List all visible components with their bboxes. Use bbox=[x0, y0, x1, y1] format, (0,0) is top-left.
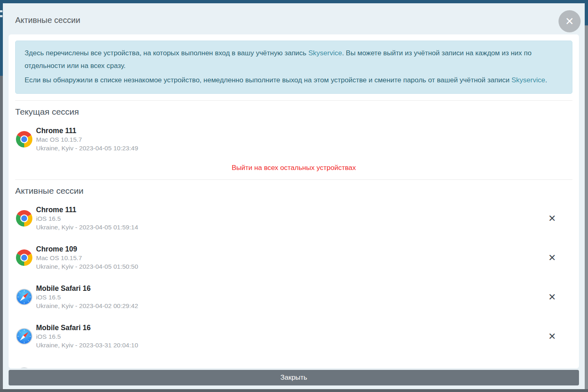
page-edge-left bbox=[0, 76, 3, 392]
session-row: Mobile Safari 16 iOS 16.5 Ukraine, Kyiv … bbox=[15, 321, 572, 352]
chrome-icon bbox=[16, 249, 32, 266]
session-row: Chrome 111 iOS 16.5 Ukraine, Kyiv - 2023… bbox=[15, 203, 572, 234]
modal-title: Активные сессии bbox=[15, 15, 572, 25]
info-alert: Здесь перечислены все устройства, на кот… bbox=[15, 41, 572, 94]
alert-paragraph: Если вы обнаружили в списке незнакомое у… bbox=[25, 74, 563, 86]
session-row: Mobile Safari 16 iOS 16.5 Ukraine, Kyiv … bbox=[15, 281, 572, 313]
active-sessions-list: Chrome 111 iOS 16.5 Ukraine, Kyiv - 2023… bbox=[15, 203, 572, 368]
modal-footer: Закрыть bbox=[3, 368, 585, 389]
remove-session-icon: ✕ bbox=[548, 213, 556, 224]
safari-icon bbox=[16, 289, 32, 305]
terminate-session-button[interactable]: ✕ bbox=[547, 292, 558, 302]
session-info: Chrome 111 iOS 16.5 Ukraine, Kyiv - 2023… bbox=[36, 205, 138, 232]
active-sessions-modal: Активные сессии ✕ Здесь перечислены все … bbox=[3, 3, 585, 389]
session-os: iOS 16.5 bbox=[36, 214, 138, 223]
terminate-session-button[interactable]: ✕ bbox=[547, 331, 558, 341]
logout-all-devices-link[interactable]: Выйти на всех остальных устройствах bbox=[232, 164, 356, 172]
session-os: iOS 16.5 bbox=[36, 332, 138, 341]
hamburger-icon-fragment bbox=[0, 10, 2, 12]
session-row: Chrome 109 Mac OS 10.15.7 Ukraine, Kyiv … bbox=[15, 242, 572, 273]
session-location: Ukraine, Kyiv - 2023-04-02 00:29:42 bbox=[36, 301, 138, 310]
chrome-icon bbox=[16, 131, 32, 147]
session-browser: Mobile Safari 16 bbox=[36, 323, 138, 332]
session-browser: Chrome 109 bbox=[36, 245, 138, 254]
alert-text: Здесь перечислены все устройства, на кот… bbox=[25, 49, 308, 57]
session-browser: Chrome 111 bbox=[36, 205, 138, 214]
terminate-session-button[interactable]: ✕ bbox=[547, 213, 558, 223]
session-info: Chrome 109 Mac OS 10.15.7 Ukraine, Kyiv … bbox=[36, 245, 138, 271]
alert-text: Если вы обнаружили в списке незнакомое у… bbox=[25, 76, 511, 84]
remove-session-icon: ✕ bbox=[548, 252, 556, 263]
divider bbox=[15, 100, 572, 101]
remove-session-icon: ✕ bbox=[548, 331, 556, 342]
active-sessions-heading: Активные сессии bbox=[15, 186, 572, 196]
chrome-icon bbox=[16, 210, 32, 227]
close-dialog-button[interactable]: Закрыть bbox=[9, 370, 579, 385]
hamburger-icon-fragment bbox=[0, 15, 2, 17]
session-location: Ukraine, Kyiv - 2023-04-05 01:59:14 bbox=[36, 223, 138, 232]
session-browser: Mobile Safari 16 bbox=[36, 284, 138, 293]
session-os: Mac OS 10.15.7 bbox=[36, 135, 138, 144]
session-info: Chrome 111 Mac OS 10.15.7 Ukraine, Kyiv … bbox=[36, 126, 138, 153]
current-session-heading: Текущая сессия bbox=[15, 106, 572, 117]
screen: Активные сессии ✕ Здесь перечислены все … bbox=[0, 0, 588, 392]
alert-text: . bbox=[545, 76, 547, 84]
session-info: Mobile Safari 16 iOS 16.5 Ukraine, Kyiv … bbox=[36, 323, 138, 350]
session-os: Mac OS 10.15.7 bbox=[36, 254, 138, 263]
page-edge-bottom bbox=[0, 389, 588, 392]
session-browser: Chrome 111 bbox=[36, 126, 138, 135]
session-location: Ukraine, Kyiv - 2023-03-31 20:04:10 bbox=[36, 341, 138, 350]
alert-paragraph: Здесь перечислены все устройства, на кот… bbox=[25, 47, 563, 72]
session-location: Ukraine, Kyiv - 2023-04-05 01:50:50 bbox=[36, 262, 138, 271]
session-row: Mobile Safari 16 bbox=[15, 360, 572, 368]
divider bbox=[15, 179, 572, 180]
session-info: Mobile Safari 16 iOS 16.5 Ukraine, Kyiv … bbox=[36, 284, 138, 310]
close-modal-button[interactable]: ✕ bbox=[558, 10, 581, 32]
modal-body: Здесь перечислены все устройства, на кот… bbox=[9, 34, 579, 368]
skyservice-link[interactable]: Skyservice bbox=[511, 76, 545, 84]
terminate-session-button[interactable]: ✕ bbox=[547, 253, 558, 263]
session-location: Ukraine, Kyiv - 2023-04-05 10:23:49 bbox=[36, 144, 138, 153]
safari-icon bbox=[16, 328, 32, 344]
current-session-row: Chrome 111 Mac OS 10.15.7 Ukraine, Kyiv … bbox=[15, 124, 572, 155]
page-edge-right bbox=[585, 25, 588, 392]
skyservice-link[interactable]: Skyservice bbox=[308, 49, 342, 57]
close-icon: ✕ bbox=[565, 15, 574, 27]
modal-header: Активные сессии ✕ bbox=[3, 3, 585, 34]
session-os: iOS 16.5 bbox=[36, 293, 138, 302]
remove-session-icon: ✕ bbox=[548, 292, 556, 302]
logout-all-row: Выйти на всех остальных устройствах bbox=[15, 163, 572, 173]
